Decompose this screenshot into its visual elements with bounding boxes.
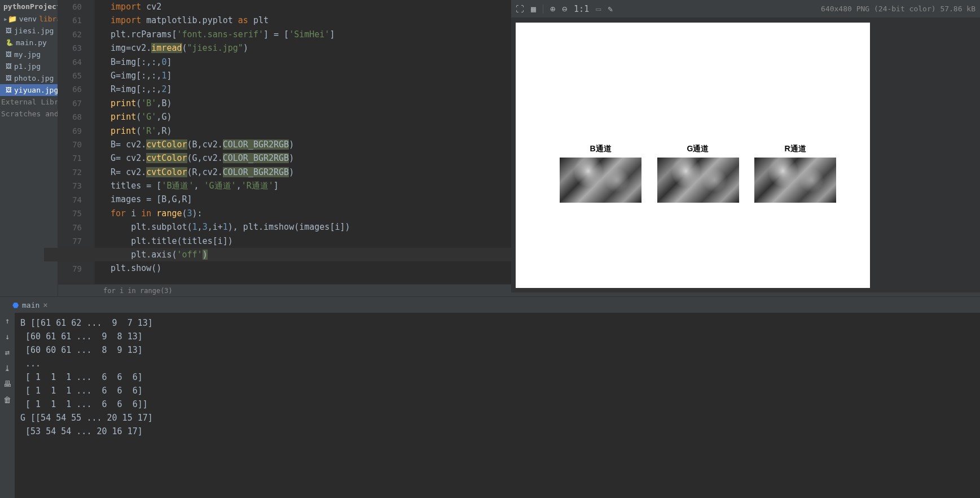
image-canvas[interactable]: B通道G通道R通道 bbox=[516, 23, 870, 288]
fit-icon[interactable]: ⛶ bbox=[516, 4, 524, 14]
file-label: main.py bbox=[16, 38, 47, 47]
image-file-icon: 🖼 bbox=[6, 75, 12, 82]
actual-size-icon[interactable]: 1:1 bbox=[574, 4, 589, 14]
down-stack-icon[interactable]: ↓ bbox=[5, 332, 10, 341]
channel-image bbox=[560, 158, 641, 203]
channel-title: G通道 bbox=[657, 144, 739, 154]
image-info: 640x480 PNG (24-bit color) 57.86 kB bbox=[821, 5, 975, 13]
print-icon[interactable]: 🖶 bbox=[3, 379, 11, 388]
image-file-icon: 🖼 bbox=[6, 63, 12, 70]
python-file-icon: 🐍 bbox=[6, 39, 14, 46]
channel-image bbox=[657, 158, 739, 203]
python-icon: ⬣ bbox=[12, 301, 19, 309]
folder-icon: ▸📁 bbox=[3, 15, 17, 23]
background-icon[interactable]: ▭ bbox=[596, 4, 601, 14]
color-picker-icon[interactable]: ✎ bbox=[608, 4, 613, 14]
zoom-in-icon[interactable]: ⊕ bbox=[550, 4, 555, 14]
console-toolbar: ↑ ↓ ⇄ ⤓ 🖶 🗑 bbox=[0, 313, 15, 498]
file-label: my.jpg bbox=[14, 50, 41, 59]
image-file-icon: 🖼 bbox=[6, 51, 12, 58]
image-file-icon: 🖼 bbox=[6, 86, 12, 94]
soft-wrap-icon[interactable]: ⇄ bbox=[5, 348, 10, 357]
venv-label: venv bbox=[19, 15, 37, 23]
channel-G通道: G通道 bbox=[657, 144, 739, 203]
zoom-out-icon[interactable]: ⊖ bbox=[562, 4, 567, 14]
close-tab-icon[interactable]: × bbox=[43, 300, 47, 309]
grid-icon[interactable]: ▦ bbox=[531, 4, 536, 14]
file-label: p1.jpg bbox=[14, 62, 41, 71]
run-console: ⬣ main × ↑ ↓ ⇄ ⤓ 🖶 🗑 B [[61 61 62 ... 9 … bbox=[0, 296, 980, 498]
channel-B通道: B通道 bbox=[560, 144, 641, 203]
clear-icon[interactable]: 🗑 bbox=[3, 395, 11, 404]
run-tab[interactable]: ⬣ main × bbox=[0, 297, 980, 313]
image-preview-panel: ⛶ ▦ ⊕ ⊖ 1:1 ▭ ✎ 640x480 PNG (24-bit colo… bbox=[511, 0, 980, 292]
run-tab-label: main bbox=[22, 301, 39, 309]
channel-R通道: R通道 bbox=[754, 144, 836, 203]
up-stack-icon[interactable]: ↑ bbox=[5, 316, 10, 325]
channel-image bbox=[754, 158, 836, 203]
scroll-end-icon[interactable]: ⤓ bbox=[4, 364, 11, 373]
channel-title: B通道 bbox=[560, 144, 641, 154]
console-output[interactable]: B [[61 61 62 ... 9 7 13] [60 61 61 ... 9… bbox=[15, 313, 980, 498]
separator bbox=[543, 5, 543, 14]
image-file-icon: 🖼 bbox=[6, 27, 12, 34]
image-toolbar: ⛶ ▦ ⊕ ⊖ 1:1 ▭ ✎ 640x480 PNG (24-bit colo… bbox=[511, 0, 980, 18]
channel-title: R通道 bbox=[754, 144, 836, 154]
